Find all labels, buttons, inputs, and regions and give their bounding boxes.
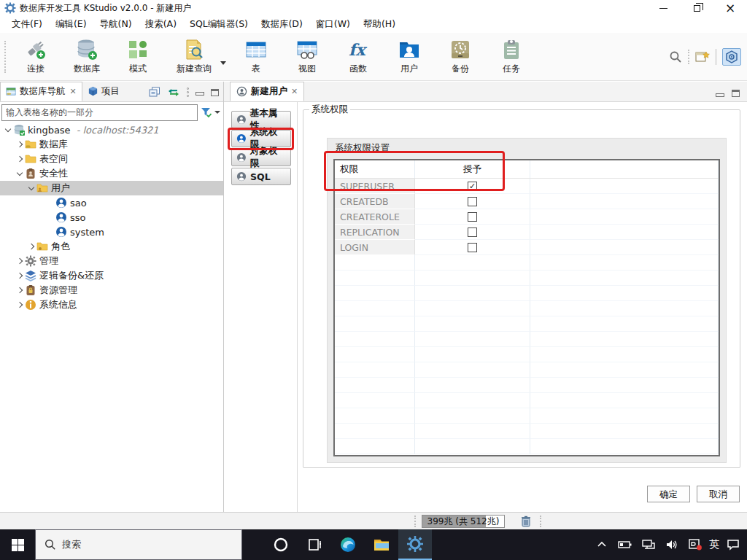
chevron-right-icon[interactable]: [17, 302, 23, 308]
tab-object-privileges[interactable]: 对象权限: [231, 149, 291, 166]
chevron-right-icon[interactable]: [17, 258, 23, 264]
active-perspective-button[interactable]: [722, 48, 741, 66]
start-button[interactable]: [0, 529, 35, 560]
login-checkbox[interactable]: [468, 243, 477, 252]
menu-search[interactable]: 搜索(A): [139, 16, 182, 33]
app-logo-icon: [4, 2, 16, 14]
tree-item-user-sso[interactable]: sso: [0, 210, 223, 225]
menu-navigate[interactable]: 导航(N): [94, 16, 138, 33]
user-button[interactable]: 用户: [384, 36, 435, 77]
menu-sql-editor[interactable]: SQL编辑器(S): [184, 16, 254, 33]
tree-item-databases[interactable]: 数据库: [0, 137, 223, 152]
open-perspective-icon[interactable]: [695, 50, 710, 63]
chevron-right-icon[interactable]: [17, 141, 23, 147]
tree-item-kingbase[interactable]: kingbase - localhost:54321: [0, 122, 223, 137]
network-icon[interactable]: [639, 535, 658, 554]
chevron-right-icon[interactable]: [17, 156, 23, 162]
ok-button[interactable]: 确定: [647, 486, 690, 502]
menu-window[interactable]: 窗口(W): [310, 16, 356, 33]
schema-button[interactable]: 模式: [112, 36, 163, 77]
superuser-checkbox[interactable]: [468, 182, 477, 191]
volume-icon[interactable]: [662, 535, 681, 554]
col-header-grant: 授予: [415, 160, 530, 178]
tab-new-user[interactable]: 新建用户 ✕: [230, 82, 304, 101]
createrole-checkbox[interactable]: [468, 212, 477, 222]
createdb-checkbox[interactable]: [468, 197, 477, 206]
tree-item-roles[interactable]: 角色: [0, 239, 223, 254]
editor-maximize-icon[interactable]: [732, 90, 740, 97]
kstudio-taskbar-button[interactable]: [398, 529, 432, 560]
filter-funnel-icon[interactable]: [201, 106, 212, 118]
window-close-button[interactable]: ×: [713, 0, 747, 16]
tree-item-user-sao[interactable]: sao: [0, 195, 223, 210]
tab-close-icon[interactable]: ✕: [70, 87, 77, 96]
tree-item-tablespaces[interactable]: 表空间: [0, 152, 223, 166]
editor-minimize-icon[interactable]: [716, 93, 724, 97]
backup-button[interactable]: 备份: [435, 36, 486, 77]
collapse-all-icon[interactable]: [149, 87, 160, 98]
table-row-replication[interactable]: REPLICATION: [335, 225, 719, 240]
table-row-login[interactable]: LOGIN: [335, 240, 719, 255]
user-folder-icon: [398, 38, 421, 61]
ime-language-indicator[interactable]: 英: [709, 538, 719, 551]
view-menu-icon[interactable]: [187, 88, 189, 97]
function-button[interactable]: fx 函数: [333, 36, 384, 77]
filter-dropdown-arrow[interactable]: [214, 111, 220, 114]
task-button[interactable]: 任务: [486, 36, 537, 77]
table-row-superuser[interactable]: SUPERUSER: [335, 179, 719, 194]
battery-icon[interactable]: [616, 535, 635, 554]
cortana-button[interactable]: [264, 529, 298, 560]
new-database-button[interactable]: 数据库: [61, 36, 112, 77]
chevron-right-icon[interactable]: [28, 244, 34, 249]
task-view-button[interactable]: [298, 529, 331, 560]
new-query-dropdown-arrow[interactable]: [220, 61, 226, 65]
panel-minimize-icon[interactable]: [196, 92, 204, 96]
view-button[interactable]: 视图: [282, 36, 333, 77]
tab-project[interactable]: 项目: [82, 82, 125, 101]
new-query-button[interactable]: 新建查询: [163, 36, 225, 77]
taskbar-search-box[interactable]: 搜索: [35, 529, 242, 560]
chevron-down-icon[interactable]: [5, 125, 11, 131]
tree-item-user-system[interactable]: system: [0, 225, 223, 239]
menu-help[interactable]: 帮助(H): [357, 16, 401, 33]
chevron-down-icon[interactable]: [17, 169, 23, 175]
menu-database[interactable]: 数据库(D): [255, 16, 309, 33]
tree-filter-input[interactable]: [1, 104, 198, 121]
security-shield-icon: [25, 168, 36, 179]
tree-item-security[interactable]: 安全性: [0, 166, 223, 181]
menu-file[interactable]: 文件(F): [6, 16, 48, 33]
table-button[interactable]: 表: [231, 36, 282, 77]
tree-item-admin[interactable]: 管理: [0, 254, 223, 268]
tablespace-folder-icon: [25, 153, 36, 165]
replication-checkbox[interactable]: [468, 228, 477, 237]
tab-database-navigator[interactable]: 数据库导航 ✕: [0, 82, 82, 101]
tab-sql[interactable]: SQL: [231, 168, 291, 185]
action-center-icon[interactable]: [724, 535, 743, 554]
tree-item-backup-restore[interactable]: 逻辑备份&还原: [0, 268, 223, 283]
tray-expand-chevron-icon[interactable]: [592, 535, 611, 554]
toolbar-search-icon[interactable]: [669, 50, 682, 63]
connect-button[interactable]: 连接: [10, 36, 61, 77]
table-row-createdb[interactable]: CREATEDB: [335, 194, 719, 209]
panel-maximize-icon[interactable]: [211, 89, 219, 96]
tab-close-icon[interactable]: ✕: [291, 87, 298, 96]
roles-folder-icon: [36, 241, 48, 252]
ime-mode-icon[interactable]: [686, 535, 705, 554]
chevron-right-icon[interactable]: [17, 273, 23, 279]
file-explorer-button[interactable]: [365, 529, 398, 560]
edge-button[interactable]: [331, 529, 365, 560]
tree-item-resource-mgmt[interactable]: 资源管理: [0, 283, 223, 298]
chevron-down-icon[interactable]: [28, 184, 34, 190]
garbage-collect-icon[interactable]: [519, 515, 533, 528]
window-restore-button[interactable]: [680, 0, 713, 16]
tree-item-system-info[interactable]: 系统信息: [0, 298, 223, 312]
memory-gauge[interactable]: 399兆 (共 512兆): [422, 515, 505, 528]
link-with-editor-icon[interactable]: [167, 88, 180, 98]
cancel-button[interactable]: 取消: [697, 486, 740, 502]
tree-item-users[interactable]: 用户: [0, 181, 223, 195]
person-icon: [236, 152, 247, 163]
table-row-createrole[interactable]: CREATEROLE: [335, 209, 719, 225]
menu-edit[interactable]: 编辑(E): [50, 16, 93, 33]
chevron-right-icon[interactable]: [17, 287, 23, 293]
window-minimize-button[interactable]: [646, 0, 680, 16]
